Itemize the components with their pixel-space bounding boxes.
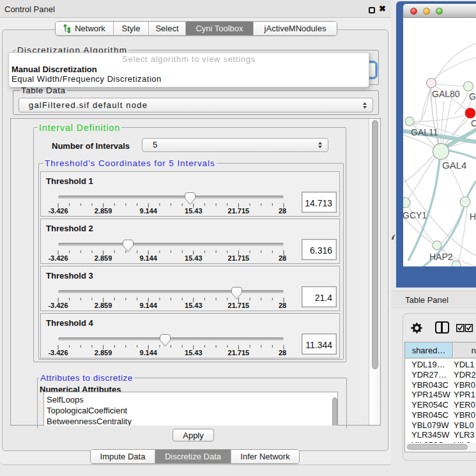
svg-text:GA: GA [469, 91, 476, 102]
svg-text:H: H [470, 211, 476, 222]
svg-text:GAL4: GAL4 [442, 160, 466, 171]
svg-text:GAL80: GAL80 [432, 89, 460, 99]
svg-text:GCY1: GCY1 [403, 210, 427, 220]
svg-text:GAL11: GAL11 [411, 127, 438, 137]
svg-text:C: C [471, 118, 476, 128]
svg-text:HAP2: HAP2 [429, 252, 453, 262]
